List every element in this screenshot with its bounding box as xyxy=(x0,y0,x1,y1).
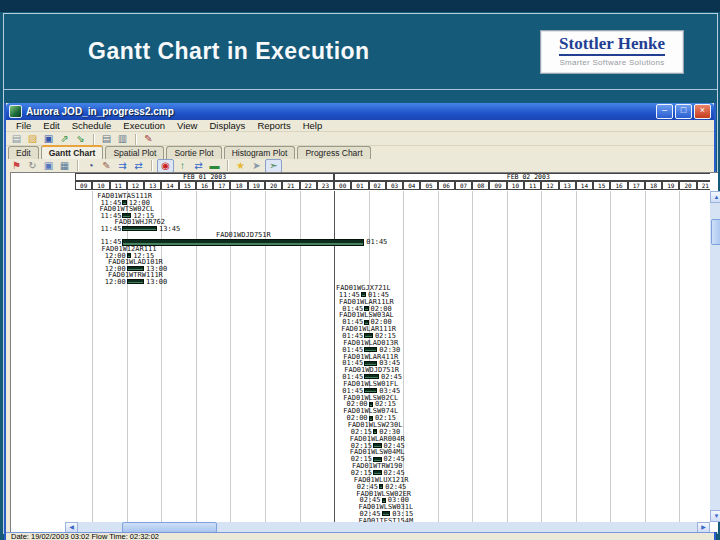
gridline xyxy=(610,191,611,522)
task-bar[interactable] xyxy=(373,470,382,475)
slide: Gantt Chart in Execution Stottler Henke … xyxy=(0,0,720,540)
hour-tick: 15 xyxy=(593,181,610,190)
swap-icon[interactable]: ⇉ xyxy=(115,160,130,172)
view-tabs: EditGantt ChartSpatial PlotSortie PlotHi… xyxy=(6,146,714,159)
stamp-icon[interactable]: ✎ xyxy=(141,133,156,145)
restore-button[interactable]: □ xyxy=(675,104,692,119)
tab-spatial-plot[interactable]: Spatial Plot xyxy=(105,146,164,159)
clock-icon[interactable]: ◔ xyxy=(83,160,98,172)
hour-tick: 11 xyxy=(524,181,541,190)
hour-tick: 14 xyxy=(161,181,178,190)
task-bar[interactable] xyxy=(379,484,383,489)
main-toolbar: ▤▨▣⇗⇘▤▥✎ xyxy=(6,133,714,146)
hour-tick: 19 xyxy=(248,181,265,190)
task-bar[interactable] xyxy=(364,374,379,379)
menu-file[interactable]: File xyxy=(10,120,37,131)
tab-sortie-plot[interactable]: Sortie Plot xyxy=(166,146,221,159)
tab-progress-chart[interactable]: Progress Chart xyxy=(297,146,370,159)
task-bar[interactable] xyxy=(373,429,377,434)
hour-tick: 21 xyxy=(282,181,299,190)
refresh-icon[interactable]: ↻ xyxy=(25,160,40,172)
task-bar[interactable] xyxy=(122,226,157,231)
tab-histogram-plot[interactable]: Histogram Plot xyxy=(224,146,296,159)
task-bar[interactable] xyxy=(369,416,373,421)
pointer-icon[interactable]: ➤ xyxy=(249,160,264,172)
ok-icon[interactable]: ▬ xyxy=(207,160,222,172)
scroll-up-button[interactable]: ▲ xyxy=(710,191,720,203)
new-icon[interactable]: ▤ xyxy=(9,133,24,145)
task-bar[interactable] xyxy=(382,498,386,503)
vertical-scrollbar[interactable]: ▲ ▼ xyxy=(710,191,720,522)
monitor-icon[interactable]: ▣ xyxy=(41,160,56,172)
task-bar[interactable] xyxy=(364,361,377,366)
hour-tick: 02 xyxy=(369,181,386,190)
toolbar-separator xyxy=(135,134,137,145)
hour-tick: 19 xyxy=(662,181,679,190)
task-bar[interactable] xyxy=(382,511,391,516)
up-arrow-icon[interactable]: ↑ xyxy=(175,160,190,172)
task-bar[interactable] xyxy=(364,333,373,338)
task-label: FAD01WDJD751R xyxy=(216,232,271,239)
hour-tick: 13 xyxy=(144,181,161,190)
tab-edit[interactable]: Edit xyxy=(8,146,39,159)
hour-tick: 01 xyxy=(351,181,368,190)
hour-tick: 12 xyxy=(541,181,558,190)
export-icon[interactable]: ⇗ xyxy=(57,133,72,145)
menu-reports[interactable]: Reports xyxy=(251,120,296,131)
hour-tick: 17 xyxy=(213,181,230,190)
task-bar[interactable] xyxy=(364,347,377,352)
grid-icon[interactable]: ▦ xyxy=(57,160,72,172)
task-bar[interactable] xyxy=(127,279,144,284)
menu-bar: FileEditScheduleExecutionViewDisplaysRep… xyxy=(6,120,714,132)
hour-tick: 06 xyxy=(438,181,455,190)
link-icon[interactable]: ⇄ xyxy=(191,160,206,172)
bird-icon[interactable]: ➣ xyxy=(265,159,282,173)
menu-edit[interactable]: Edit xyxy=(37,120,65,131)
hour-tick: 17 xyxy=(628,181,645,190)
scroll-down-button[interactable]: ▼ xyxy=(710,510,720,522)
flag-icon[interactable]: ⚑ xyxy=(9,160,24,172)
edit-icon[interactable]: ✎ xyxy=(99,160,114,172)
hour-tick: 10 xyxy=(507,181,524,190)
vertical-scroll-thumb[interactable] xyxy=(711,219,720,245)
minimize-button[interactable]: – xyxy=(656,104,673,119)
task-bar[interactable] xyxy=(369,402,373,407)
logo-tagline: Smarter Software Solutions xyxy=(541,58,683,67)
menu-execution[interactable]: Execution xyxy=(117,120,171,131)
open-folder-icon[interactable]: ▨ xyxy=(25,133,40,145)
tab-gantt-chart[interactable]: Gantt Chart xyxy=(41,145,104,159)
task-bar[interactable] xyxy=(364,388,377,393)
star-icon[interactable]: ★ xyxy=(233,160,248,172)
import-icon[interactable]: ⇘ xyxy=(73,133,88,145)
task-start-time: 12:00 xyxy=(93,279,126,286)
task-bar[interactable] xyxy=(361,292,366,297)
task-bar[interactable] xyxy=(373,457,382,462)
task-bar[interactable] xyxy=(364,306,368,311)
menu-displays[interactable]: Displays xyxy=(203,120,251,131)
task-end-time: 01:45 xyxy=(366,239,387,246)
close-button[interactable]: × xyxy=(694,104,711,119)
hour-tick: 15 xyxy=(179,181,196,190)
print-preview-icon[interactable]: ▥ xyxy=(115,133,130,145)
task-bar[interactable] xyxy=(122,239,364,246)
menu-schedule[interactable]: Schedule xyxy=(66,120,118,131)
gridline xyxy=(507,191,508,522)
hour-tick: 20 xyxy=(265,181,282,190)
hour-tick: 20 xyxy=(679,181,696,190)
print-icon[interactable]: ▤ xyxy=(99,133,114,145)
record-icon[interactable]: ◉ xyxy=(157,159,174,173)
task-bar[interactable] xyxy=(373,443,382,448)
window-titlebar[interactable]: Aurora JOD_in_progress2.cmp – □ × xyxy=(6,103,714,120)
hour-tick: 03 xyxy=(386,181,403,190)
menu-help[interactable]: Help xyxy=(297,120,329,131)
save-icon[interactable]: ▣ xyxy=(41,133,56,145)
toolbar-separator xyxy=(77,160,79,171)
hour-tick: 18 xyxy=(230,181,247,190)
menu-view[interactable]: View xyxy=(171,120,203,131)
hour-tick: 10 xyxy=(92,181,109,190)
gantt-chart-area: FEB 01 2003FEB 02 2003091011121314151617… xyxy=(10,172,718,532)
task-bar[interactable] xyxy=(364,320,368,325)
day-header: FEB 02 2003 xyxy=(334,173,710,181)
task-end-time: 13:45 xyxy=(159,226,180,233)
move-icon[interactable]: ⇄ xyxy=(131,160,146,172)
